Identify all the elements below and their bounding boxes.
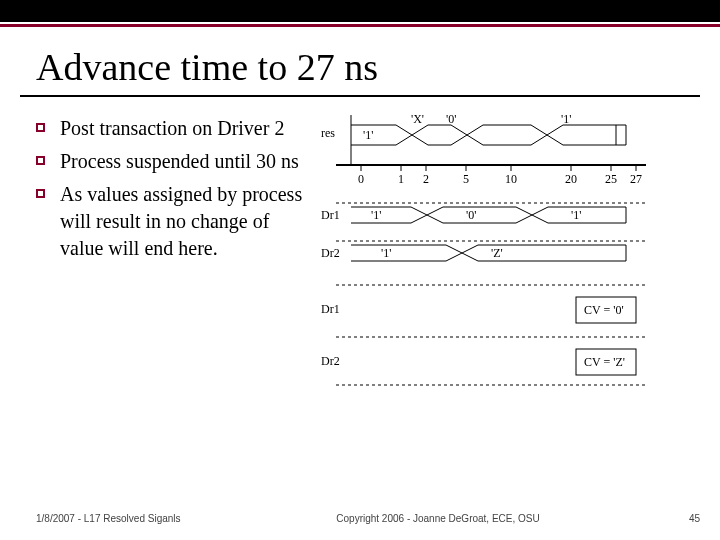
tick-label: 2 [423, 172, 429, 186]
signal-label-dr1: Dr1 [321, 208, 340, 222]
slide-title: Advance time to 27 ns [0, 27, 720, 95]
timing-diagram: res '1' 'X' '0' '1' [316, 115, 700, 268]
signal-label-dr2: Dr2 [321, 246, 340, 260]
tick-label: 25 [605, 172, 617, 186]
title-underline [20, 95, 700, 97]
footer-center: Copyright 2006 - Joanne DeGroat, ECE, OS… [216, 513, 660, 524]
res-value: '1' [561, 115, 571, 126]
slide-body: Post transaction on Driver 2 Process sus… [0, 115, 720, 268]
tick-label: 1 [398, 172, 404, 186]
footer-left: 1/8/2007 - L17 Resolved Siganls [36, 513, 216, 524]
bullet-item: Process suspended until 30 ns [36, 148, 316, 175]
res-value: '1' [363, 128, 373, 142]
signal-label-dr1b: Dr1 [321, 302, 340, 316]
dr1-value: '1' [371, 208, 381, 222]
cv-label: CV = 'Z' [584, 355, 625, 369]
slide-footer: 1/8/2007 - L17 Resolved Siganls Copyrigh… [36, 513, 700, 524]
bullet-list: Post transaction on Driver 2 Process sus… [36, 115, 316, 268]
tick-label: 10 [505, 172, 517, 186]
dr1-value: '1' [571, 208, 581, 222]
top-black-stripe [0, 0, 720, 22]
res-value: '0' [446, 115, 456, 126]
tick-label: 0 [358, 172, 364, 186]
res-value: 'X' [411, 115, 424, 126]
tick-label: 20 [565, 172, 577, 186]
cv-label: CV = '0' [584, 303, 624, 317]
slide: Advance time to 27 ns Post transaction o… [0, 0, 720, 540]
footer-page-number: 45 [660, 513, 700, 524]
dr2-value: '1' [381, 246, 391, 260]
dr1-value: '0' [466, 208, 476, 222]
bullet-item: Post transaction on Driver 2 [36, 115, 316, 142]
signal-label-dr2b: Dr2 [321, 354, 340, 368]
dr2-value: 'Z' [491, 246, 503, 260]
bullet-item: As values assigned by process will resul… [36, 181, 316, 262]
tick-label: 27 [630, 172, 642, 186]
tick-label: 5 [463, 172, 469, 186]
signal-label-res: res [321, 126, 335, 140]
